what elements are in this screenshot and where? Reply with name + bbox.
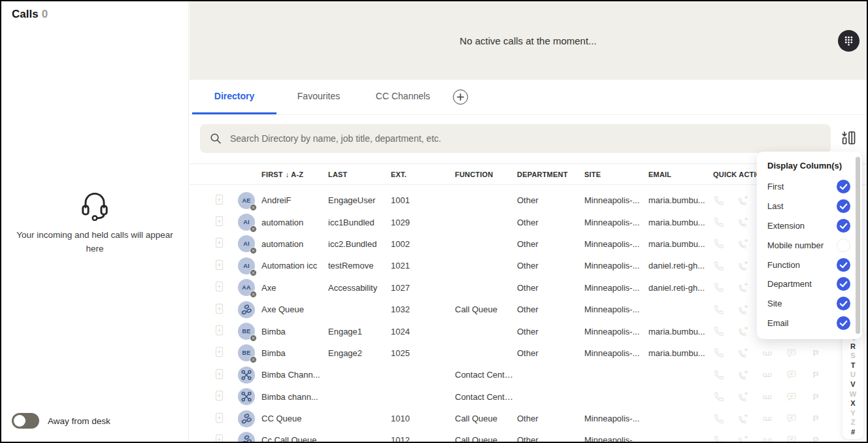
away-from-desk-toggle[interactable] xyxy=(12,413,39,429)
voicemail-icon[interactable] xyxy=(761,347,773,359)
chat-icon[interactable] xyxy=(786,391,797,402)
checked-circle-checkbox[interactable] xyxy=(837,277,850,291)
checked-circle-checkbox[interactable] xyxy=(837,219,850,233)
park-icon[interactable]: P xyxy=(810,435,822,442)
checked-circle-checkbox[interactable] xyxy=(837,297,850,310)
voicemail-icon[interactable] xyxy=(761,391,773,402)
checked-circle-checkbox[interactable] xyxy=(837,316,850,330)
alphabet-letter-S[interactable]: S xyxy=(843,351,863,361)
add-contact-icon[interactable] xyxy=(214,281,224,292)
call-transfer-icon[interactable] xyxy=(737,216,749,228)
column-toggle-site[interactable]: Site xyxy=(767,294,854,314)
call-icon[interactable] xyxy=(713,195,725,206)
call-icon[interactable] xyxy=(713,282,725,293)
call-icon[interactable] xyxy=(713,304,725,316)
tab-directory[interactable]: Directory xyxy=(192,80,276,114)
dialpad-button[interactable] xyxy=(838,30,860,52)
call-transfer-icon[interactable] xyxy=(737,391,749,402)
add-contact-icon[interactable] xyxy=(214,216,224,227)
call-icon[interactable] xyxy=(713,216,725,228)
header-first[interactable]: FIRST↓ A-Z xyxy=(261,171,328,178)
voicemail-icon[interactable] xyxy=(761,369,773,381)
header-last[interactable]: LAST xyxy=(328,171,391,178)
header-site[interactable]: SITE xyxy=(584,171,648,178)
call-icon[interactable] xyxy=(713,347,725,359)
column-toggle-first[interactable]: First xyxy=(767,177,854,197)
add-contact-icon[interactable] xyxy=(214,412,224,423)
add-contact-icon[interactable] xyxy=(214,346,224,357)
add-contact-icon[interactable] xyxy=(214,390,224,401)
chat-icon[interactable] xyxy=(786,347,797,359)
voicemail-icon[interactable] xyxy=(761,435,773,442)
park-icon[interactable]: P xyxy=(810,391,822,402)
chat-icon[interactable] xyxy=(786,413,797,425)
column-settings-button[interactable] xyxy=(839,129,858,148)
call-icon[interactable] xyxy=(713,260,725,272)
call-icon[interactable] xyxy=(713,435,725,442)
call-transfer-icon[interactable] xyxy=(737,260,749,272)
add-contact-icon[interactable] xyxy=(214,194,224,205)
column-toggle-mobile-number[interactable]: Mobile number xyxy=(767,235,854,255)
checked-circle-checkbox[interactable] xyxy=(837,258,850,272)
call-transfer-icon[interactable] xyxy=(737,435,749,442)
table-row[interactable]: Cc Call Queue1012Call QueueOtherMinneapo… xyxy=(190,429,867,442)
park-icon[interactable]: P xyxy=(810,347,822,359)
alphabet-letter-V[interactable]: V xyxy=(843,380,863,389)
column-toggle-last[interactable]: Last xyxy=(767,197,854,216)
column-toggle-department[interactable]: Department xyxy=(767,274,854,294)
menu-scrollbar[interactable] xyxy=(856,157,860,334)
tab-favourites[interactable]: Favourites xyxy=(276,80,361,114)
alphabet-letter-T[interactable]: T xyxy=(843,361,863,370)
call-transfer-icon[interactable] xyxy=(737,282,749,293)
header-department[interactable]: DEPARTMENT xyxy=(517,171,584,178)
search-input[interactable] xyxy=(229,133,821,144)
table-row[interactable]: BEBimbaEngage21025OtherMinneapolis-...ma… xyxy=(190,342,867,364)
add-contact-icon[interactable] xyxy=(214,259,224,271)
call-icon[interactable] xyxy=(713,238,725,250)
chat-icon[interactable] xyxy=(786,435,797,442)
checked-circle-checkbox[interactable] xyxy=(837,180,850,193)
alphabet-letter-X[interactable]: X xyxy=(843,399,863,408)
call-transfer-icon[interactable] xyxy=(737,369,749,381)
add-contact-icon[interactable] xyxy=(214,369,224,380)
call-transfer-icon[interactable] xyxy=(737,413,749,425)
checked-circle-checkbox[interactable] xyxy=(837,199,850,213)
column-toggle-function[interactable]: Function xyxy=(767,255,854,274)
add-contact-icon[interactable] xyxy=(214,325,224,336)
park-icon[interactable]: P xyxy=(810,369,822,381)
column-toggle-email[interactable]: Email xyxy=(767,314,854,333)
unchecked-circle-checkbox[interactable] xyxy=(837,238,850,252)
alphabet-letter-U[interactable]: U xyxy=(843,370,863,380)
call-transfer-icon[interactable] xyxy=(737,304,749,316)
call-icon[interactable] xyxy=(713,369,725,381)
department-cell: Other xyxy=(517,261,584,271)
call-transfer-icon[interactable] xyxy=(737,195,749,206)
call-transfer-icon[interactable] xyxy=(737,238,749,250)
alphabet-letter-Z[interactable]: Z xyxy=(843,418,863,427)
alphabet-letter-Y[interactable]: Y xyxy=(843,408,863,418)
table-row[interactable]: CC Queue1010Call QueueOtherMinneapolis-.… xyxy=(190,408,867,429)
alphabet-letter-#[interactable]: # xyxy=(843,427,863,437)
voicemail-icon[interactable] xyxy=(761,413,773,425)
add-tab-button[interactable] xyxy=(453,90,468,105)
add-contact-icon[interactable] xyxy=(214,237,224,248)
call-transfer-icon[interactable] xyxy=(737,347,749,359)
alphabet-letter-W[interactable]: W xyxy=(843,389,863,399)
call-icon[interactable] xyxy=(713,413,725,425)
call-icon[interactable] xyxy=(713,325,725,337)
header-email[interactable]: EMAIL xyxy=(648,171,713,178)
add-contact-icon[interactable] xyxy=(214,434,224,442)
call-transfer-icon[interactable] xyxy=(737,325,749,337)
table-row[interactable]: Bimba Chann...Contact Centr...P xyxy=(190,364,867,386)
park-icon[interactable]: P xyxy=(810,413,822,425)
chat-icon[interactable] xyxy=(786,369,797,381)
dialpad-icon xyxy=(843,35,855,47)
header-function[interactable]: FUNCTION xyxy=(455,171,517,178)
tab-cc-channels[interactable]: CC Channels xyxy=(361,80,445,114)
header-ext[interactable]: EXT. xyxy=(391,171,455,178)
alphabet-letter-R[interactable]: R xyxy=(843,342,863,352)
call-icon[interactable] xyxy=(713,391,725,402)
column-toggle-extension[interactable]: Extension xyxy=(767,216,854,236)
table-row[interactable]: Bimba chann...Contact Centr...P xyxy=(190,386,867,408)
add-contact-icon[interactable] xyxy=(214,303,224,314)
